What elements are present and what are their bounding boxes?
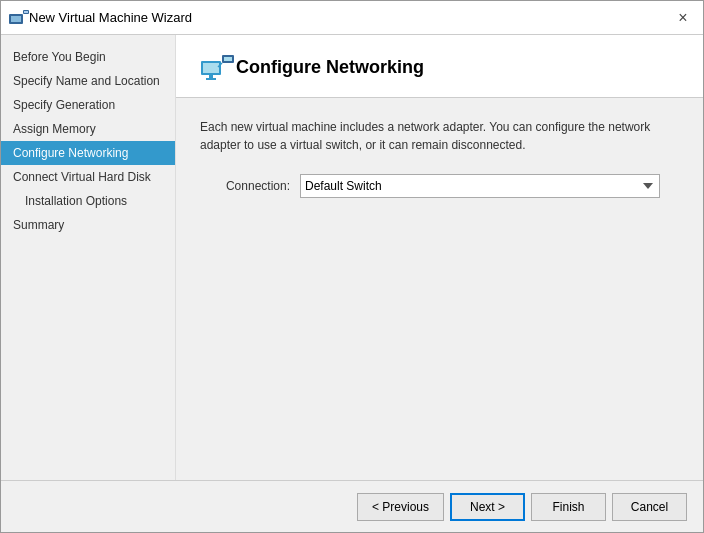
- content-area: Before You BeginSpecify Name and Locatio…: [1, 35, 703, 480]
- page-body: Each new virtual machine includes a netw…: [176, 98, 703, 480]
- svg-rect-1: [11, 16, 21, 22]
- networking-icon: [200, 53, 236, 81]
- connection-label: Connection:: [200, 179, 290, 193]
- sidebar-item-specify-generation[interactable]: Specify Generation: [1, 93, 175, 117]
- title-bar: New Virtual Machine Wizard ×: [1, 1, 703, 35]
- svg-rect-6: [209, 75, 213, 78]
- cancel-button[interactable]: Cancel: [612, 493, 687, 521]
- page-header: Configure Networking: [176, 35, 703, 98]
- svg-rect-5: [203, 63, 219, 73]
- svg-rect-9: [224, 57, 232, 61]
- close-button[interactable]: ×: [671, 6, 695, 30]
- sidebar-item-specify-name[interactable]: Specify Name and Location: [1, 69, 175, 93]
- sidebar-item-assign-memory[interactable]: Assign Memory: [1, 117, 175, 141]
- window-title: New Virtual Machine Wizard: [29, 10, 671, 25]
- sidebar-item-installation-options[interactable]: Installation Options: [1, 189, 175, 213]
- window-icon: [9, 10, 29, 26]
- svg-rect-7: [206, 78, 216, 80]
- finish-button[interactable]: Finish: [531, 493, 606, 521]
- sidebar-item-before-you-begin[interactable]: Before You Begin: [1, 45, 175, 69]
- wizard-window: New Virtual Machine Wizard × Before You …: [0, 0, 704, 533]
- connection-row: Connection: Default Switch Not Connected: [200, 174, 679, 198]
- sidebar-item-connect-hard-disk[interactable]: Connect Virtual Hard Disk: [1, 165, 175, 189]
- svg-rect-3: [24, 11, 28, 13]
- main-panel: Configure Networking Each new virtual ma…: [176, 35, 703, 480]
- next-button[interactable]: Next >: [450, 493, 525, 521]
- page-title: Configure Networking: [236, 57, 424, 78]
- connection-select[interactable]: Default Switch Not Connected: [300, 174, 660, 198]
- previous-button[interactable]: < Previous: [357, 493, 444, 521]
- description-text: Each new virtual machine includes a netw…: [200, 118, 660, 154]
- footer: < Previous Next > Finish Cancel: [1, 480, 703, 532]
- sidebar-item-summary[interactable]: Summary: [1, 213, 175, 237]
- sidebar: Before You BeginSpecify Name and Locatio…: [1, 35, 176, 480]
- sidebar-item-configure-networking[interactable]: Configure Networking: [1, 141, 175, 165]
